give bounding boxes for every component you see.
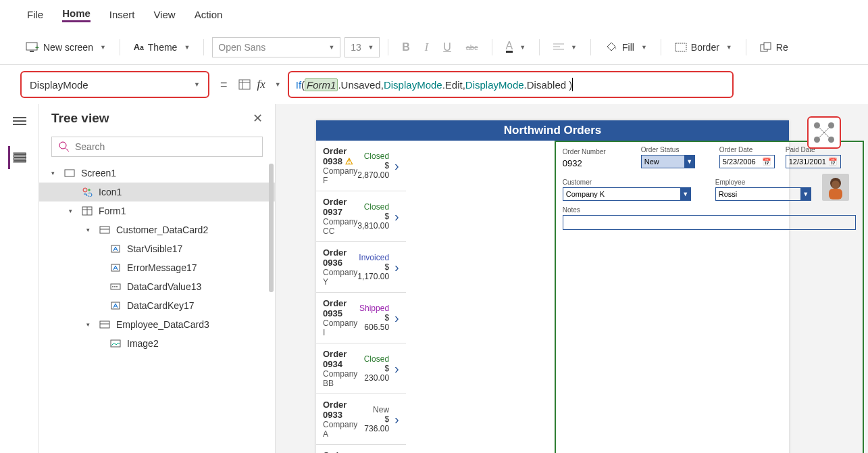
employee-label: Employee xyxy=(715,178,811,186)
combobox-icon xyxy=(109,283,122,290)
theme-aa-icon: Aa xyxy=(134,42,144,52)
gallery-item[interactable]: Order 0933Company ANew$ 736.00› xyxy=(316,394,406,445)
svg-text:+: + xyxy=(35,44,39,51)
tree-search[interactable] xyxy=(51,137,263,157)
tree-nodes: ▾ Screen1 Icon1 ▾ Form1 ▾ Customer_DataC… xyxy=(39,164,275,453)
gallery-item[interactable]: Order 0935Company IShipped$ 606.50› xyxy=(316,293,406,343)
tree-node-datacardvalue[interactable]: DataCardValue13 xyxy=(39,277,275,296)
svg-point-30 xyxy=(112,286,113,287)
gallery-item[interactable]: Order 0936Company YInvoiced$ 1,170.00› xyxy=(316,242,406,293)
font-size-select[interactable]: 13▼ xyxy=(344,37,380,57)
align-button[interactable]: ▼ xyxy=(548,40,582,55)
property-selector[interactable]: DisplayMode ▼ xyxy=(20,71,209,98)
paid-date-input[interactable]: 12/31/2001📅 xyxy=(786,155,841,168)
svg-rect-6 xyxy=(675,43,686,51)
svg-line-19 xyxy=(66,148,69,151)
reorder-button[interactable]: Re xyxy=(755,39,794,55)
calendar-icon: 📅 xyxy=(828,158,838,166)
tree-node-image2[interactable]: Image2 xyxy=(39,334,275,353)
svg-point-21 xyxy=(83,188,87,192)
customer-select[interactable]: Company K▼ xyxy=(563,187,691,201)
order-date-input[interactable]: 5/23/2006📅 xyxy=(719,155,775,168)
tree-node-customer-card[interactable]: ▾ Customer_DataCard2 xyxy=(39,220,275,239)
new-screen-button[interactable]: + New screen▼ xyxy=(20,39,111,55)
image-icon xyxy=(109,339,122,348)
tree-scrollbar[interactable] xyxy=(269,164,274,292)
employee-select[interactable]: Rossi▼ xyxy=(715,187,811,201)
svg-rect-8 xyxy=(764,43,771,49)
gallery-item[interactable]: Order 0937Company CCClosed$ 3,810.00› xyxy=(316,191,406,242)
border-button[interactable]: Border▼ xyxy=(669,39,738,55)
tree-node-employee-card[interactable]: ▾ Employee_DataCard3 xyxy=(39,315,275,334)
form-icon xyxy=(81,206,93,216)
fill-button[interactable]: Fill▼ xyxy=(599,39,653,56)
tree-node-starvisible[interactable]: StarVisible17 xyxy=(39,239,275,258)
fill-icon xyxy=(605,41,618,53)
customer-label: Customer xyxy=(563,178,691,186)
menu-action[interactable]: Action xyxy=(195,9,223,20)
fx-button[interactable] xyxy=(238,79,251,90)
menu-file[interactable]: File xyxy=(27,9,43,20)
reorder-icon xyxy=(760,42,772,53)
formula-bar: DisplayMode ▼ = fx▼ If( Form1.Unsaved, D… xyxy=(0,65,868,104)
label-icon xyxy=(109,245,122,253)
edit-form: Order Number 0932 Order Status New▼ Orde… xyxy=(555,141,864,453)
strikethrough-button[interactable]: abc xyxy=(461,41,484,54)
main-area: Tree view ✕ ▾ Screen1 Icon1 ▾ Form1 xyxy=(0,104,868,453)
border-icon xyxy=(675,43,687,52)
employee-avatar xyxy=(822,174,849,201)
canvas: Northwind Orders Order 0938 ⚠Company FCl… xyxy=(276,104,868,453)
svg-point-18 xyxy=(59,142,66,149)
tree-node-form1[interactable]: ▾ Form1 xyxy=(39,201,275,220)
notes-label: Notes xyxy=(563,206,856,214)
notes-input[interactable] xyxy=(563,215,856,230)
rail-hamburger[interactable] xyxy=(8,110,31,133)
order-gallery[interactable]: Order 0938 ⚠Company FClosed$ 2,870.00›Or… xyxy=(316,141,406,453)
calendar-icon: 📅 xyxy=(762,158,771,166)
tree-node-datacardkey[interactable]: DataCardKey17 xyxy=(39,296,275,315)
rail-tree-view[interactable] xyxy=(8,146,31,169)
menu-home[interactable]: Home xyxy=(62,7,91,22)
menu-bar: File Home Insert View Action xyxy=(0,0,868,30)
align-icon xyxy=(553,43,564,52)
svg-rect-34 xyxy=(100,321,109,328)
search-input[interactable] xyxy=(75,141,255,152)
tree-node-icon1[interactable]: Icon1 xyxy=(39,183,275,201)
svg-point-31 xyxy=(114,286,116,287)
warning-icon: ⚠ xyxy=(345,156,353,166)
gallery-item[interactable]: Order 0938 ⚠Company FClosed$ 2,870.00› xyxy=(316,141,406,191)
chevron-right-icon: › xyxy=(394,158,399,174)
selected-icon-control[interactable] xyxy=(807,116,841,149)
font-color-button[interactable]: A▼ xyxy=(501,39,532,55)
order-date-label: Order Date xyxy=(719,146,775,153)
font-family-select[interactable]: Open Sans▼ xyxy=(212,37,340,57)
tree-view-title: Tree view xyxy=(51,111,109,126)
theme-button[interactable]: Aa Theme▼ xyxy=(128,39,195,55)
svg-rect-25 xyxy=(100,226,109,233)
datacard-icon xyxy=(99,226,111,234)
order-status-select[interactable]: New▼ xyxy=(641,155,695,168)
ribbon-toolbar: + New screen▼ Aa Theme▼ Open Sans▼ 13▼ B… xyxy=(0,30,868,65)
label-icon xyxy=(109,302,122,310)
equals-sign: = xyxy=(220,78,228,92)
gallery-item[interactable]: Order 0932Company KNew$ 800.00› xyxy=(316,445,406,453)
gallery-item[interactable]: Order 0934Company BBClosed$ 230.00› xyxy=(316,343,406,394)
tree-node-errormessage[interactable]: ErrorMessage17 xyxy=(39,258,275,277)
label-icon xyxy=(109,264,122,272)
chevron-right-icon: › xyxy=(394,361,399,377)
bold-button[interactable]: B xyxy=(397,39,415,56)
datacard-icon xyxy=(99,320,111,329)
tree-node-screen1[interactable]: ▾ Screen1 xyxy=(39,164,275,183)
menu-insert[interactable]: Insert xyxy=(109,9,135,20)
formula-input[interactable]: If( Form1.Unsaved, DisplayMode.Edit, Dis… xyxy=(288,71,734,98)
underline-button[interactable]: U xyxy=(438,39,457,56)
screen-icon: + xyxy=(26,42,39,53)
tree-view-panel: Tree view ✕ ▾ Screen1 Icon1 ▾ Form1 xyxy=(39,104,276,453)
italic-button[interactable]: I xyxy=(419,39,434,56)
close-panel-icon[interactable]: ✕ xyxy=(253,111,263,126)
icon-node-icon xyxy=(81,187,93,197)
app-preview: Northwind Orders Order 0938 ⚠Company FCl… xyxy=(316,120,789,453)
menu-view[interactable]: View xyxy=(153,9,175,20)
order-status-label: Order Status xyxy=(641,146,695,153)
left-rail xyxy=(0,104,39,453)
